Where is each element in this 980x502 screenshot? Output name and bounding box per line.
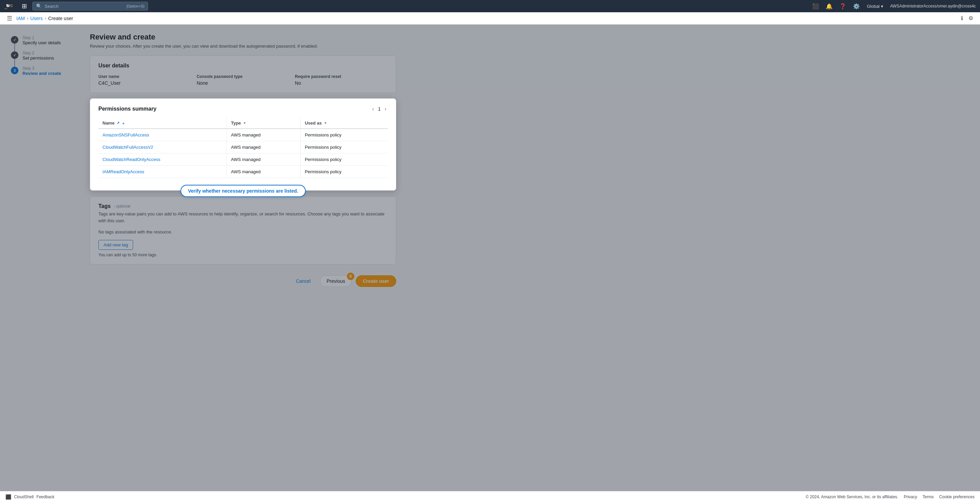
user-details-grid: User name C4C_User Console password type… [99, 74, 388, 86]
tags-description: Tags are key-value pairs you can add to … [99, 211, 388, 224]
step-3-label: Review and create [22, 71, 79, 76]
policy-name-link[interactable]: AmazonSNSFullAccess [102, 132, 149, 138]
sidebar-toggle-button[interactable]: ☰ [5, 13, 14, 24]
step-3-circle: 3 [11, 67, 18, 74]
permissions-table: Name ↗ ▲ Type ▼ [99, 118, 388, 178]
stepper: ✓ Step 1 Specify user details ✓ Step 2 S… [11, 33, 79, 483]
permissions-card: Permissions summary ‹ 1 › Name ↗ ▲ [90, 98, 396, 191]
apps-icon[interactable]: ⊞ [21, 1, 28, 11]
create-user-button[interactable]: Create user [356, 275, 396, 287]
secondary-nav: ☰ IAM › Users › Create user ℹ ⚙ [0, 12, 980, 24]
page-title: Review and create [90, 33, 396, 41]
policy-name-cell: CloudWatchReadOnlyAccess [99, 154, 227, 166]
bell-icon[interactable]: 🔔 [823, 2, 835, 11]
col-name-header: Name ↗ ▲ [99, 118, 227, 129]
policy-name-link[interactable]: IAMReadOnlyAccess [102, 169, 144, 174]
col-used-as-header: Used as ▼ [301, 118, 388, 129]
policy-type-cell: AWS managed [227, 166, 301, 178]
content-area: Review and create Review your choices. A… [90, 33, 396, 483]
sort-type-icon[interactable]: ▼ [243, 121, 247, 125]
user-details-card: User details User name C4C_User Console … [90, 56, 396, 93]
page-number: 1 [378, 106, 381, 112]
external-link-icon: ↗ [116, 121, 119, 125]
next-page-button[interactable]: › [383, 105, 388, 112]
permissions-header: Permissions summary ‹ 1 › [99, 105, 388, 112]
optional-badge: - optional [113, 204, 130, 209]
breadcrumb-sep-2: › [45, 16, 46, 21]
svg-text:aws: aws [5, 8, 8, 10]
policy-name-cell: IAMReadOnlyAccess [99, 166, 227, 178]
table-row: CloudWatchFullAccessV2 AWS managed Permi… [99, 141, 388, 154]
search-bar[interactable]: 🔍 [Option+S] [32, 2, 148, 11]
terminal-icon[interactable]: ⬛ [810, 2, 822, 11]
top-nav: aws ⊞ 🔍 [Option+S] ⬛ 🔔 ❓ ⚙️ Global ▾ AWS… [0, 0, 980, 12]
step-2-label: Set permissions [22, 56, 79, 60]
policy-used-as-cell: Permissions policy [301, 129, 388, 141]
no-tags-message: No tags associated with the resource. [99, 229, 388, 235]
policy-name-cell: CloudWatchFullAccessV2 [99, 141, 227, 154]
search-shortcut: [Option+S] [127, 4, 144, 8]
info-icon[interactable]: ℹ [959, 14, 964, 23]
footer-actions: Cancel Previous 8 Create user [90, 270, 396, 292]
help-icon[interactable]: ❓ [837, 2, 849, 11]
policy-type-cell: AWS managed [227, 154, 301, 166]
policy-used-as-cell: Permissions policy [301, 154, 388, 166]
password-reset-label: Require password reset [295, 74, 388, 79]
policy-name-link[interactable]: CloudWatchFullAccessV2 [102, 145, 153, 150]
table-row: AmazonSNSFullAccess AWS managed Permissi… [99, 129, 388, 141]
aws-logo[interactable]: aws [4, 2, 16, 10]
step-3-number: Step 3 [22, 66, 79, 71]
user-details-title: User details [99, 63, 388, 69]
step-1-circle: ✓ [11, 36, 18, 44]
tags-title: Tags - optional [99, 203, 388, 209]
policy-used-as-cell: Permissions policy [301, 141, 388, 154]
add-tag-button[interactable]: Add new tag [99, 240, 133, 250]
sort-used-icon[interactable]: ▼ [324, 121, 327, 125]
sort-asc-icon[interactable]: ▲ [121, 121, 125, 125]
cancel-button[interactable]: Cancel [290, 276, 316, 287]
password-reset-value: No [295, 80, 388, 86]
user-name-label: User name [99, 74, 191, 79]
user-account-selector[interactable]: AWSAdministratorAccess/omer.aydin@cross4… [888, 2, 976, 10]
tags-card: Tags - optional Tags are key-value pairs… [90, 196, 396, 264]
badge-8: 8 [347, 273, 354, 280]
breadcrumb: IAM › Users › Create user [16, 16, 73, 21]
prev-page-button[interactable]: ‹ [371, 105, 375, 112]
settings-sm-icon[interactable]: ⚙ [967, 14, 975, 23]
policy-name-cell: AmazonSNSFullAccess [99, 129, 227, 141]
page-subtitle: Review your choices. After you create th… [90, 44, 396, 49]
table-row: IAMReadOnlyAccess AWS managed Permission… [99, 166, 388, 178]
verify-permissions-callout: Verify whether necessary permissions are… [180, 185, 305, 197]
search-icon: 🔍 [36, 3, 42, 9]
step-1-label: Specify user details [22, 40, 79, 45]
step-2-circle: ✓ [11, 51, 18, 59]
policy-used-as-cell: Permissions policy [301, 166, 388, 178]
breadcrumb-sep-1: › [27, 16, 28, 21]
policy-type-cell: AWS managed [227, 129, 301, 141]
console-password-label: Console password type [197, 74, 290, 79]
col-type-header: Type ▼ [227, 118, 301, 129]
tags-limit-message: You can add up to 50 more tags. [99, 253, 388, 257]
step-1-number: Step 1 [22, 35, 79, 40]
settings-icon[interactable]: ⚙️ [850, 2, 862, 11]
main-content: ✓ Step 1 Specify user details ✓ Step 2 S… [0, 24, 980, 491]
step-2: ✓ Step 2 Set permissions [11, 51, 79, 60]
step-3: 3 Step 3 Review and create [11, 66, 79, 76]
console-password-value: None [197, 80, 290, 86]
user-name-value: C4C_User [99, 80, 191, 86]
breadcrumb-users[interactable]: Users [30, 16, 43, 21]
console-password-field: Console password type None [197, 74, 290, 86]
user-name-field: User name C4C_User [99, 74, 191, 86]
step-1: ✓ Step 1 Specify user details [11, 35, 79, 45]
breadcrumb-iam[interactable]: IAM [16, 16, 25, 21]
region-selector[interactable]: Global ▾ [864, 2, 886, 10]
password-reset-field: Require password reset No [295, 74, 388, 86]
pagination-controls: ‹ 1 › [371, 105, 388, 112]
permissions-title: Permissions summary [99, 106, 157, 112]
step-2-number: Step 2 [22, 51, 79, 56]
search-input[interactable] [45, 4, 119, 9]
policy-name-link[interactable]: CloudWatchReadOnlyAccess [102, 157, 160, 162]
breadcrumb-current: Create user [48, 16, 73, 21]
table-row: CloudWatchReadOnlyAccess AWS managed Per… [99, 154, 388, 166]
chevron-down-icon: ▾ [881, 4, 883, 9]
